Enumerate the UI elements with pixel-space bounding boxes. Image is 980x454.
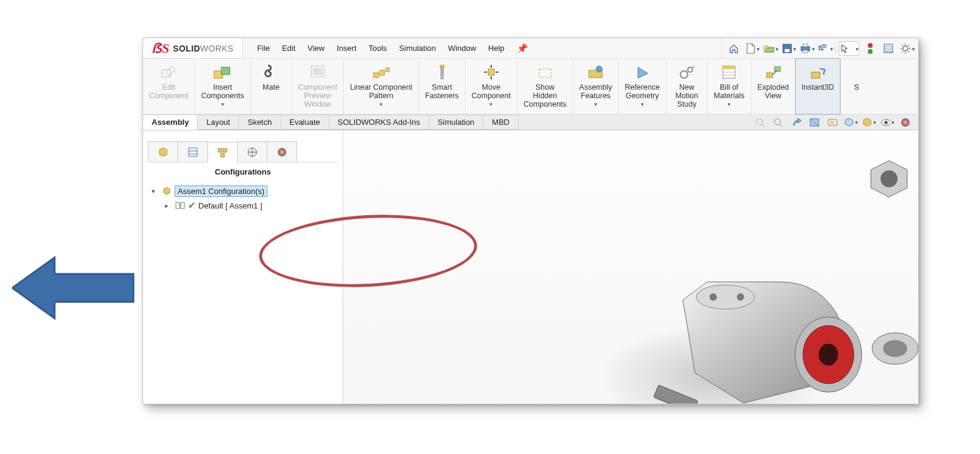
undo-button[interactable]: ▾ xyxy=(817,41,832,56)
zoom-fit-icon[interactable] xyxy=(753,115,767,130)
ribbon-edit-component[interactable]: Edit Component xyxy=(143,59,195,114)
svg-rect-31 xyxy=(488,69,494,75)
svg-point-70 xyxy=(710,293,717,301)
panel-tab-display-manager[interactable] xyxy=(267,141,297,162)
tab-simulation[interactable]: Simulation xyxy=(429,115,484,130)
bom-icon xyxy=(719,62,739,82)
command-ribbon: Edit Component Insert Components ▾ Mate … xyxy=(143,59,918,115)
tab-sketch[interactable]: Sketch xyxy=(239,115,281,130)
tree-child[interactable]: ▸ ✔ Default [ Assem1 ] xyxy=(152,198,334,213)
menu-simulation[interactable]: Simulation xyxy=(393,44,442,53)
svg-rect-23 xyxy=(221,67,230,75)
new-document-button[interactable]: ▾ xyxy=(745,41,759,56)
svg-point-71 xyxy=(737,293,744,301)
ribbon-assembly-features[interactable]: Assembly Features ▾ xyxy=(573,59,619,114)
app-window: ẞS SOLIDWORKS File Edit View Insert Tool… xyxy=(143,38,919,404)
svg-line-19 xyxy=(902,51,903,52)
collapse-icon[interactable]: ▾ xyxy=(152,187,159,195)
ribbon-reference-geometry[interactable]: Reference Geometry ▾ xyxy=(619,59,666,114)
tree-root-label: Assem1 Configuration(s) xyxy=(175,185,267,197)
panel-tab-feature-tree[interactable] xyxy=(148,141,178,162)
menu-help[interactable]: Help xyxy=(482,44,511,53)
svg-point-55 xyxy=(901,118,910,127)
traffic-light-icon[interactable] xyxy=(863,41,878,56)
options-button[interactable]: ▾ xyxy=(899,41,914,56)
dropdown-icon[interactable]: ▾ xyxy=(594,101,597,107)
ribbon-partial[interactable]: S xyxy=(841,59,874,114)
ribbon-component-preview[interactable]: Component Preview Window xyxy=(292,59,344,114)
hide-show-icon[interactable]: ▾ xyxy=(880,115,894,130)
svg-rect-27 xyxy=(380,70,384,75)
menu-tools[interactable]: Tools xyxy=(363,44,393,53)
svg-rect-60 xyxy=(223,149,227,152)
section-view-icon[interactable] xyxy=(807,115,822,130)
home-button[interactable] xyxy=(727,41,741,56)
appearance-icon[interactable] xyxy=(898,115,913,130)
ribbon-mate[interactable]: Mate xyxy=(251,59,292,114)
dropdown-icon[interactable]: ▾ xyxy=(641,101,644,107)
ribbon-insert-components[interactable]: Insert Components ▾ xyxy=(195,59,251,114)
view-orientation-icon[interactable]: ▾ xyxy=(844,115,858,130)
tab-addins[interactable]: SOLIDWORKS Add-Ins xyxy=(329,115,429,130)
dropdown-icon[interactable]: ▾ xyxy=(728,101,731,107)
ribbon-exploded-view[interactable]: Exploded View xyxy=(751,59,796,114)
dynamic-annotation-icon[interactable]: A xyxy=(825,115,840,130)
svg-rect-2 xyxy=(785,49,790,52)
open-document-button[interactable]: ▾ xyxy=(763,41,777,56)
work-area: Configurations ▾ Assem1 Configuration(s)… xyxy=(143,130,918,404)
tab-mbd[interactable]: MBD xyxy=(483,115,519,130)
brand-works: WORKS xyxy=(200,44,233,53)
save-button[interactable]: ▾ xyxy=(781,41,796,56)
expand-icon[interactable]: ▸ xyxy=(165,202,172,210)
svg-point-74 xyxy=(819,344,838,366)
menu-insert[interactable]: Insert xyxy=(331,44,363,53)
svg-rect-59 xyxy=(218,149,222,152)
show-hidden-icon xyxy=(535,62,555,82)
display-style-icon[interactable]: ▾ xyxy=(862,115,876,130)
svg-rect-42 xyxy=(774,67,780,72)
panel-tab-dimxpert[interactable] xyxy=(237,141,267,162)
linear-pattern-icon xyxy=(372,62,391,82)
graphics-viewport[interactable] xyxy=(343,130,918,404)
dropdown-icon[interactable]: ▾ xyxy=(380,101,383,107)
svg-rect-79 xyxy=(654,385,698,404)
ribbon-instant3d[interactable]: Instant3D xyxy=(795,58,841,115)
svg-line-20 xyxy=(908,45,909,46)
tab-assembly[interactable]: Assembly xyxy=(143,115,198,130)
svg-rect-30 xyxy=(441,68,443,79)
ribbon-show-hidden[interactable]: Show Hidden Components xyxy=(517,59,573,114)
insert-components-icon xyxy=(213,62,232,82)
print-button[interactable]: ▾ xyxy=(799,41,814,56)
svg-point-34 xyxy=(596,66,602,72)
svg-rect-25 xyxy=(313,68,323,75)
panel-tab-property-manager[interactable] xyxy=(178,141,208,162)
menu-view[interactable]: View xyxy=(301,44,331,53)
svg-line-17 xyxy=(902,45,903,46)
reference-geometry-icon xyxy=(633,62,652,82)
menubar: ẞS SOLIDWORKS File Edit View Insert Tool… xyxy=(143,38,918,59)
svg-point-47 xyxy=(774,119,780,125)
ribbon-linear-pattern[interactable]: Linear Component Pattern ▾ xyxy=(344,59,419,114)
zoom-area-icon[interactable] xyxy=(771,115,785,130)
prev-view-icon[interactable] xyxy=(789,115,804,130)
svg-point-12 xyxy=(903,46,908,51)
dropdown-icon[interactable]: ▾ xyxy=(489,101,492,107)
dropdown-icon[interactable]: ▾ xyxy=(221,101,224,107)
ribbon-new-motion-study[interactable]: New Motion Study xyxy=(666,59,708,114)
ribbon-move-component[interactable]: Move Component ▾ xyxy=(466,59,518,114)
task-pane-button[interactable] xyxy=(881,41,896,56)
svg-rect-28 xyxy=(386,68,389,72)
edit-component-icon xyxy=(159,62,178,82)
menu-window[interactable]: Window xyxy=(442,44,482,53)
tab-layout[interactable]: Layout xyxy=(198,115,239,130)
tree-root[interactable]: ▾ Assem1 Configuration(s) xyxy=(152,184,334,198)
panel-tab-configuration-manager[interactable] xyxy=(207,142,238,162)
menu-file[interactable]: File xyxy=(251,44,276,53)
menu-edit[interactable]: Edit xyxy=(276,44,301,53)
select-tool-button[interactable]: ▾ xyxy=(839,41,859,56)
svg-point-7 xyxy=(868,49,873,54)
ribbon-smart-fasteners[interactable]: Smart Fasteners xyxy=(419,59,466,114)
ribbon-bom[interactable]: Bill of Materials ▾ xyxy=(708,59,751,114)
pin-menu-icon[interactable]: 📌 xyxy=(511,43,534,54)
tab-evaluate[interactable]: Evaluate xyxy=(281,115,329,130)
